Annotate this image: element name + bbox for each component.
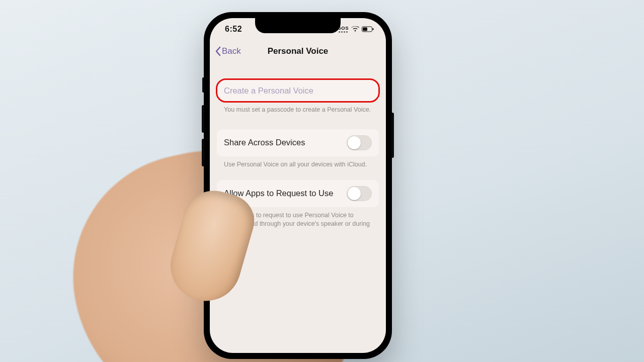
share-note: Use Personal Voice on all your devices w… [217,156,379,169]
mute-switch [202,77,204,93]
battery-icon [362,26,374,32]
volume-down-button [202,139,204,166]
create-personal-voice-label: Create a Personal Voice [224,86,313,96]
share-across-devices-row: Share Across Devices [217,129,379,156]
back-button[interactable]: Back [215,46,241,56]
volume-up-button [202,105,204,133]
notch [255,18,341,33]
status-time: 6:52 [225,25,242,34]
phone-frame: 6:52 SOS [204,12,392,359]
share-label: Share Across Devices [224,138,305,147]
svg-rect-1 [373,28,374,30]
phone-screen: 6:52 SOS [210,18,386,353]
back-label: Back [222,46,241,56]
chevron-left-icon [215,46,221,56]
allow-label: Allow Apps to Request to Use [224,189,333,198]
create-personal-voice-row[interactable]: Create a Personal Voice [217,79,379,102]
create-note: You must set a passcode to create a Pers… [217,102,379,114]
share-toggle[interactable] [347,135,372,150]
power-button [391,113,394,158]
svg-rect-2 [363,28,367,31]
allow-toggle[interactable] [347,186,372,201]
wifi-icon [351,26,359,32]
nav-bar: Back Personal Voice [210,40,386,62]
page-title: Personal Voice [268,46,329,56]
